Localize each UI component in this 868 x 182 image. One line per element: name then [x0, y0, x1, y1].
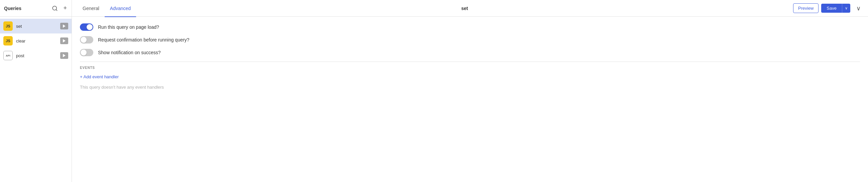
advanced-content: Run this query on page load? Request con… [72, 17, 868, 182]
add-event-handler-button[interactable]: + Add event handler [80, 74, 119, 79]
show-notification-label: Show notification on success? [98, 50, 161, 55]
run-on-page-load-label: Run this query on page load? [98, 24, 159, 30]
query-badge-clear: JS [3, 36, 13, 46]
svg-line-1 [56, 9, 57, 10]
sidebar-icon-group: + [51, 4, 67, 12]
chevron-down-icon: ∨ [856, 5, 861, 12]
collapse-button[interactable]: ∨ [854, 3, 863, 13]
confirm-before-run-row: Request confirmation before running quer… [80, 36, 860, 43]
events-section: EVENTS + Add event handler This query do… [80, 62, 860, 90]
confirm-before-run-label: Request confirmation before running quer… [98, 37, 189, 42]
add-icon: + [63, 5, 67, 12]
confirm-before-run-toggle[interactable] [80, 36, 93, 43]
query-list: JS set JS clear API post [0, 17, 71, 65]
caret-down-icon: ∨ [845, 6, 847, 10]
query-badge-post: API [3, 51, 13, 60]
run-on-page-load-toggle[interactable] [80, 23, 93, 31]
sidebar-title: Queries [4, 6, 22, 11]
tab-advanced[interactable]: Advanced [105, 0, 136, 17]
query-name-clear: clear [16, 38, 57, 43]
run-button-post[interactable] [60, 52, 68, 59]
search-button[interactable] [51, 5, 59, 12]
preview-button[interactable]: Preview [793, 3, 818, 13]
query-name-post: post [16, 53, 57, 58]
sidebar: Queries + JS set JS [0, 0, 72, 182]
save-button-group: Save ∨ [821, 4, 850, 13]
add-query-button[interactable]: + [63, 4, 67, 12]
run-triangle-icon [63, 24, 65, 28]
sidebar-header: Queries + [0, 0, 71, 17]
topbar-query-name: set [461, 6, 468, 11]
run-triangle-icon [63, 54, 65, 57]
query-name-set: set [16, 24, 57, 29]
save-button[interactable]: Save [821, 4, 842, 13]
tab-general[interactable]: General [77, 0, 105, 17]
run-button-clear[interactable] [60, 37, 68, 44]
search-icon [52, 5, 58, 11]
tab-group: General Advanced [77, 0, 136, 17]
show-notification-row: Show notification on success? [80, 49, 860, 56]
no-events-message: This query doesn't have any event handle… [80, 85, 860, 90]
run-button-set[interactable] [60, 23, 68, 29]
main-panel: General Advanced set Preview Save ∨ ∨ [72, 0, 868, 182]
topbar-actions: Preview Save ∨ ∨ [793, 3, 863, 13]
query-item-set[interactable]: JS set [0, 19, 71, 33]
save-caret-button[interactable]: ∨ [842, 4, 850, 13]
run-triangle-icon [63, 39, 65, 42]
topbar: General Advanced set Preview Save ∨ ∨ [72, 0, 868, 17]
show-notification-toggle[interactable] [80, 49, 93, 56]
run-on-page-load-row: Run this query on page load? [80, 23, 860, 31]
query-item-post[interactable]: API post [0, 48, 71, 63]
query-item-clear[interactable]: JS clear [0, 33, 71, 48]
query-badge-set: JS [3, 22, 13, 31]
events-section-label: EVENTS [80, 66, 860, 69]
